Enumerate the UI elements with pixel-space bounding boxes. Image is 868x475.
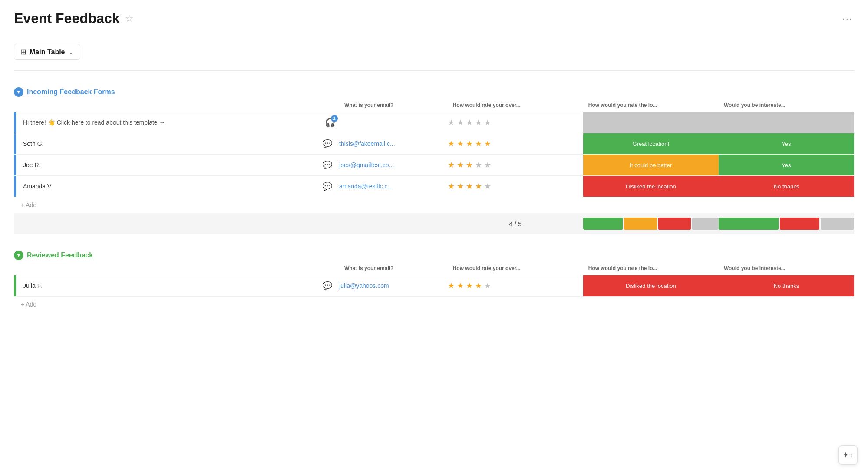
bar-segment-green — [719, 218, 779, 230]
star-filled-icon: ★ — [466, 182, 473, 191]
group-header-reviewed: ▼ Reviewed Feedback — [14, 246, 854, 262]
summary-empty-cell — [14, 213, 339, 234]
col-header-email-r: What is your email? — [339, 262, 448, 275]
favorite-star-icon[interactable]: ☆ — [125, 13, 134, 24]
group-header-incoming: ▼ Incoming Feedback Forms — [14, 83, 854, 99]
star-empty-icon: ★ — [484, 182, 491, 191]
interest-cell-seth: Yes — [719, 133, 854, 155]
group-toggle-incoming[interactable]: ▼ — [14, 87, 23, 97]
star-filled-icon: ★ — [448, 161, 455, 169]
page-title: Event Feedback — [14, 10, 120, 26]
page-container: Event Feedback ☆ ··· ⊞ Main Table ⌄ ▼ In… — [0, 0, 868, 323]
interest-cell-template — [719, 112, 854, 133]
status-badge-interest-joe: Yes — [719, 155, 854, 175]
email-cell-julia: julia@yahoos.com — [339, 275, 448, 297]
view-switcher[interactable]: ⊞ Main Table ⌄ — [14, 44, 80, 60]
view-switcher-label: Main Table — [30, 48, 65, 56]
star-filled-icon: ★ — [457, 281, 464, 290]
status-badge-location-seth: Great location! — [583, 133, 719, 154]
star-icon: ★ — [466, 118, 473, 127]
col-header-location-r: How would you rate the lo... — [583, 262, 719, 275]
star-icon: ★ — [457, 118, 464, 127]
star-filled-icon: ★ — [448, 139, 455, 148]
star-filled-icon: ★ — [466, 139, 473, 148]
row-color-bar — [14, 155, 16, 175]
group-toggle-reviewed[interactable]: ▼ — [14, 251, 23, 260]
star-filled-icon: ★ — [457, 182, 464, 191]
table-icon: ⊞ — [20, 48, 26, 56]
location-cell-julia: Disliked the location — [583, 275, 719, 297]
star-filled-icon: ★ — [475, 182, 482, 191]
chat-badge-count: 1 — [331, 115, 338, 122]
location-cell-joe: It could be better — [583, 155, 719, 176]
star-filled-icon: ★ — [466, 281, 473, 290]
star-filled-icon: ★ — [475, 281, 482, 290]
row-color-bar — [14, 112, 16, 133]
group-incoming: ▼ Incoming Feedback Forms What is your e… — [14, 83, 854, 246]
row-name-joe: Joe R. — [20, 162, 319, 168]
comment-icon-joe[interactable]: 💬 — [323, 160, 336, 170]
interest-cell-julia: No thanks — [719, 275, 854, 297]
add-row-button-incoming[interactable]: + Add — [21, 201, 854, 208]
star-icon: ★ — [484, 118, 491, 127]
chat-icon-badge[interactable]: 🎧 1 — [325, 117, 336, 128]
star-filled-icon: ★ — [448, 281, 455, 290]
star-filled-icon: ★ — [466, 161, 473, 169]
comment-icon-amanda[interactable]: 💬 — [323, 181, 336, 191]
row-color-bar — [14, 176, 16, 197]
row-name-seth: Seth G. — [20, 140, 319, 147]
table-row-joe[interactable]: Joe R. 💬 joes@gmailtest.co... ★ ★ ★ ★ ★ … — [14, 155, 854, 176]
col-header-interest: Would you be intereste... — [719, 99, 854, 112]
row-name-template: Hi there! 👋 Click here to read about thi… — [20, 119, 321, 126]
summary-bar-location — [583, 218, 719, 230]
page-title-group: Event Feedback ☆ — [14, 10, 134, 26]
col-header-name-r — [14, 262, 339, 275]
bar-segment-gray — [692, 218, 719, 230]
table-row-seth[interactable]: Seth G. 💬 thisis@fakeemail.c... ★ ★ ★ ★ … — [14, 133, 854, 155]
rating-cell-template: ★ ★ ★ ★ ★ — [448, 112, 583, 133]
bar-segment-green — [583, 218, 623, 230]
status-badge-location-joe: It could be better — [583, 155, 719, 175]
star-filled-icon: ★ — [484, 139, 491, 148]
add-row-incoming: + Add — [14, 197, 854, 213]
rating-cell-seth: ★ ★ ★ ★ ★ — [448, 133, 583, 155]
rating-cell-amanda: ★ ★ ★ ★ ★ — [448, 176, 583, 197]
column-headers-incoming: What is your email? How would rate your … — [14, 99, 854, 112]
status-badge-interest-template — [719, 112, 854, 133]
col-header-location: How would you rate the lo... — [583, 99, 719, 112]
email-cell-joe: joes@gmailtest.co... — [339, 155, 448, 176]
table-row-template[interactable]: Hi there! 👋 Click here to read about thi… — [14, 112, 854, 133]
star-empty-icon: ★ — [475, 161, 482, 169]
summary-row-incoming: 4 / 5 — [14, 213, 854, 234]
email-cell-amanda: amanda@testllc.c... — [339, 176, 448, 197]
more-options-button[interactable]: ··· — [841, 12, 854, 25]
summary-bar-location-cell — [583, 213, 719, 234]
status-badge-interest-julia: No thanks — [719, 275, 854, 296]
chevron-down-icon: ⌄ — [69, 49, 74, 56]
table-row-julia[interactable]: Julia F. 💬 julia@yahoos.com ★ ★ ★ ★ ★ Di… — [14, 275, 854, 297]
star-filled-icon: ★ — [457, 161, 464, 169]
row-color-bar — [14, 133, 16, 154]
divider — [14, 70, 854, 71]
rating-cell-julia: ★ ★ ★ ★ ★ — [448, 275, 583, 297]
table-wrapper: ▼ Incoming Feedback Forms What is your e… — [14, 83, 854, 312]
star-icon: ★ — [448, 118, 455, 127]
comment-icon-seth[interactable]: 💬 — [323, 139, 336, 148]
star-empty-icon: ★ — [484, 281, 491, 290]
group-name-incoming: Incoming Feedback Forms — [27, 88, 115, 96]
location-cell-template — [583, 112, 719, 133]
star-icon: ★ — [475, 118, 482, 127]
group-spacer — [14, 234, 854, 246]
table-row-amanda[interactable]: Amanda V. 💬 amanda@testllc.c... ★ ★ ★ ★ … — [14, 176, 854, 197]
add-row-button-reviewed[interactable]: + Add — [21, 301, 854, 308]
comment-icon-julia[interactable]: 💬 — [323, 281, 336, 290]
rating-cell-joe: ★ ★ ★ ★ ★ — [448, 155, 583, 176]
star-empty-icon: ★ — [484, 161, 491, 169]
summary-empty-cell — [339, 213, 448, 234]
star-filled-icon: ★ — [457, 139, 464, 148]
col-header-overall: How would rate your over... — [448, 99, 583, 112]
row-name-julia: Julia F. — [20, 282, 319, 289]
star-filled-icon: ★ — [475, 139, 482, 148]
summary-bar-interest-cell — [719, 213, 854, 234]
interest-cell-amanda: No thanks — [719, 176, 854, 197]
